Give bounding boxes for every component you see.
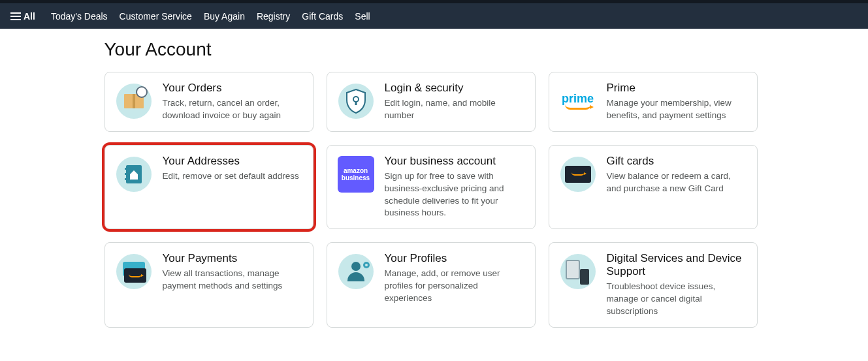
card-desc: Troubleshoot device issues, manage or ca… bbox=[607, 281, 745, 318]
card-desc: Manage your membership, view benefits, a… bbox=[607, 97, 745, 122]
card-your-addresses[interactable]: Your Addresses Edit, remove or set defau… bbox=[104, 145, 313, 230]
svg-point-7 bbox=[365, 264, 368, 266]
card-title: Your Payments bbox=[163, 252, 301, 265]
nav-all-label: All bbox=[24, 11, 35, 22]
devices-icon bbox=[558, 252, 598, 291]
svg-rect-5 bbox=[125, 178, 127, 180]
nav-link-buy-again[interactable]: Buy Again bbox=[204, 11, 245, 22]
nav-link-registry[interactable]: Registry bbox=[257, 11, 290, 22]
nav-link-sell[interactable]: Sell bbox=[355, 11, 370, 22]
payments-icon bbox=[114, 252, 153, 291]
card-prime[interactable]: prime Prime Manage your membership, view… bbox=[549, 72, 758, 132]
svg-rect-3 bbox=[125, 168, 127, 170]
svg-rect-1 bbox=[355, 101, 357, 105]
card-your-orders[interactable]: Your Orders Track, return, cancel an ord… bbox=[104, 72, 313, 132]
card-login-security[interactable]: Login & security Edit login, name, and m… bbox=[327, 72, 536, 132]
page-container: Your Account Your Orders Track, return, … bbox=[104, 29, 764, 328]
nav-link-todays-deals[interactable]: Today's Deals bbox=[51, 11, 108, 22]
orders-icon bbox=[114, 82, 153, 121]
card-desc: Manage, add, or remove user profiles for… bbox=[385, 268, 523, 305]
hamburger-icon bbox=[10, 12, 21, 20]
card-business-account[interactable]: amazon business Your business account Si… bbox=[327, 145, 536, 230]
nav-link-gift-cards[interactable]: Gift Cards bbox=[302, 11, 343, 22]
card-desc: Track, return, cancel an order, download… bbox=[163, 97, 301, 122]
prime-logo-icon: prime bbox=[558, 82, 598, 121]
card-title: Digital Services and Device Support bbox=[607, 252, 745, 278]
card-title: Login & security bbox=[385, 82, 523, 95]
card-title: Your business account bbox=[385, 155, 523, 168]
biz-line2: business bbox=[342, 174, 370, 181]
card-title: Your Orders bbox=[163, 82, 301, 95]
shield-lock-icon bbox=[336, 82, 376, 121]
profiles-icon bbox=[336, 252, 376, 291]
nav-link-customer-service[interactable]: Customer Service bbox=[120, 11, 192, 22]
biz-line1: amazon bbox=[344, 167, 368, 174]
card-title: Prime bbox=[607, 82, 745, 95]
card-desc: Sign up for free to save with business-e… bbox=[385, 170, 523, 220]
card-gift-cards[interactable]: Gift cards View balance or redeem a card… bbox=[549, 145, 758, 230]
card-your-profiles[interactable]: Your Profiles Manage, add, or remove use… bbox=[327, 242, 536, 328]
gift-card-icon bbox=[558, 155, 598, 194]
card-title: Gift cards bbox=[607, 155, 745, 168]
card-desc: Edit login, name, and mobile number bbox=[385, 97, 523, 122]
amazon-business-icon: amazon business bbox=[336, 155, 376, 194]
account-cards-grid: Your Orders Track, return, cancel an ord… bbox=[104, 72, 764, 328]
prime-text: prime bbox=[562, 93, 594, 104]
page-title: Your Account bbox=[104, 39, 764, 60]
card-desc: View all transactions, manage payment me… bbox=[163, 268, 301, 292]
nav-all-menu[interactable]: All bbox=[7, 8, 39, 24]
card-your-payments[interactable]: Your Payments View all transactions, man… bbox=[104, 242, 313, 328]
card-title: Your Profiles bbox=[385, 252, 523, 265]
card-desc: View balance or redeem a card, and purch… bbox=[607, 170, 745, 195]
card-title: Your Addresses bbox=[163, 155, 301, 168]
card-digital-services[interactable]: Digital Services and Device Support Trou… bbox=[549, 242, 758, 328]
card-desc: Edit, remove or set default address bbox=[163, 170, 301, 183]
address-book-icon bbox=[114, 155, 153, 194]
svg-rect-4 bbox=[125, 173, 127, 175]
secondary-nav: All Today's Deals Customer Service Buy A… bbox=[0, 3, 868, 29]
gear-icon bbox=[362, 260, 371, 270]
